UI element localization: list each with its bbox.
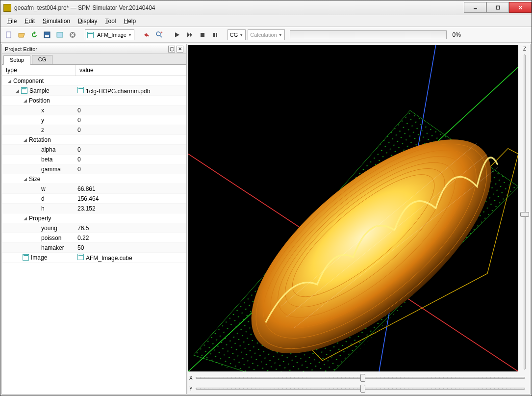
svg-rect-19 bbox=[216, 33, 217, 37]
doc-icon bbox=[87, 32, 94, 38]
tab-setup[interactable]: Setup bbox=[3, 55, 30, 65]
x-axis-label: X bbox=[189, 375, 193, 381]
tree-hamaker-val[interactable]: 50 bbox=[76, 244, 186, 251]
svg-text:+: + bbox=[160, 31, 163, 35]
menu-edit[interactable]: Edit bbox=[21, 18, 39, 25]
editor-tabstrip: Setup CG bbox=[2, 54, 186, 65]
tree-z: z bbox=[41, 127, 44, 133]
tree-young-val[interactable]: 76.5 bbox=[76, 225, 186, 232]
z-slider[interactable]: Z bbox=[519, 44, 530, 372]
expand-icon[interactable]: ◢ bbox=[15, 88, 20, 93]
property-tree[interactable]: ◢Component ◢Sample1clg-HOPG.charmm.pdb ◢… bbox=[2, 76, 186, 394]
undo-icon[interactable] bbox=[141, 29, 152, 40]
menu-file[interactable]: File bbox=[3, 18, 21, 25]
y-slider[interactable]: Y bbox=[187, 383, 530, 394]
tree-poisson-val[interactable]: 0.22 bbox=[76, 235, 186, 241]
x-slider[interactable]: X bbox=[187, 372, 530, 383]
refresh-icon[interactable] bbox=[29, 29, 40, 40]
pause-icon[interactable] bbox=[210, 29, 221, 40]
app-window: geoafm_test004.pro* — SPM Simulator Ver.… bbox=[0, 0, 532, 396]
tree-gamma-val[interactable]: 0 bbox=[76, 166, 186, 173]
open-icon[interactable] bbox=[16, 29, 27, 40]
save-icon[interactable] bbox=[42, 29, 52, 40]
tree-z-val[interactable]: 0 bbox=[76, 127, 186, 133]
dock-icon[interactable]: ▢ bbox=[168, 46, 175, 53]
chevron-down-icon: ▼ bbox=[279, 33, 282, 37]
slider-thumb[interactable] bbox=[360, 374, 365, 382]
menubar: File Edit Simulation Display Tool Help bbox=[0, 15, 532, 27]
tab-cg[interactable]: CG bbox=[32, 55, 53, 64]
tree-position: Position bbox=[29, 97, 50, 104]
menu-tool[interactable]: Tool bbox=[101, 18, 120, 25]
app-icon bbox=[3, 4, 11, 12]
z-slider-track[interactable] bbox=[524, 54, 526, 370]
expand-icon[interactable]: ◢ bbox=[23, 216, 27, 221]
zoom-in-icon[interactable]: + bbox=[154, 29, 165, 40]
new-icon[interactable] bbox=[3, 29, 14, 40]
view-combo-label: AFM_Image bbox=[97, 32, 127, 38]
tree-gamma: gamma bbox=[41, 166, 61, 173]
svg-marker-15 bbox=[187, 32, 190, 37]
minimize-button[interactable] bbox=[464, 2, 486, 13]
play-icon[interactable] bbox=[172, 29, 182, 40]
tree-x: x bbox=[41, 107, 44, 114]
x-slider-track[interactable] bbox=[196, 377, 525, 379]
window-buttons bbox=[464, 2, 532, 13]
calc-combo[interactable]: Calculation▼ bbox=[248, 29, 284, 40]
y-slider-track[interactable] bbox=[196, 388, 525, 390]
image-icon[interactable] bbox=[54, 29, 65, 40]
toolbar: AFM_Image▼ + CG▼ Calculation▼ 0% bbox=[0, 27, 532, 43]
tree-d-val[interactable]: 156.464 bbox=[76, 195, 186, 202]
expand-icon[interactable]: ◢ bbox=[23, 98, 27, 103]
scene-svg bbox=[188, 45, 518, 371]
stop-icon[interactable] bbox=[197, 29, 208, 40]
tree-alpha-val[interactable]: 0 bbox=[76, 146, 186, 153]
expand-icon[interactable]: ◢ bbox=[23, 177, 27, 182]
close-button[interactable] bbox=[509, 2, 532, 13]
svg-rect-7 bbox=[57, 32, 63, 37]
expand-icon[interactable]: ◢ bbox=[7, 79, 12, 83]
tree-header: type value bbox=[2, 65, 186, 76]
tree-beta-val[interactable]: 0 bbox=[76, 156, 186, 163]
menu-help[interactable]: Help bbox=[120, 18, 140, 25]
svg-point-11 bbox=[156, 32, 160, 36]
tree-x-val[interactable]: 0 bbox=[76, 107, 186, 114]
chevron-down-icon: ▼ bbox=[239, 33, 243, 37]
svg-rect-6 bbox=[45, 35, 49, 37]
menu-simulation[interactable]: Simulation bbox=[39, 18, 74, 25]
doc-icon bbox=[23, 254, 29, 261]
tree-w-val[interactable]: 66.861 bbox=[76, 185, 186, 192]
titlebar: geoafm_test004.pro* — SPM Simulator Ver.… bbox=[0, 0, 532, 15]
tree-young: young bbox=[41, 225, 57, 232]
svg-rect-1 bbox=[496, 6, 500, 9]
svg-rect-18 bbox=[213, 33, 215, 37]
window-title: geoafm_test004.pro* — SPM Simulator Ver.… bbox=[14, 4, 464, 11]
header-type[interactable]: type bbox=[2, 65, 76, 76]
slider-thumb[interactable] bbox=[520, 212, 529, 217]
tree-sample: Sample bbox=[29, 87, 50, 94]
chevron-down-icon: ▼ bbox=[128, 33, 132, 37]
expand-icon[interactable]: ◢ bbox=[23, 137, 27, 142]
tree-property: Property bbox=[29, 215, 51, 222]
editor-titlebar: Project Editor ▢ ✕ bbox=[2, 44, 186, 54]
svg-rect-4 bbox=[6, 32, 11, 38]
maximize-button[interactable] bbox=[486, 2, 509, 13]
header-value[interactable]: value bbox=[76, 65, 186, 76]
close-icon[interactable]: ✕ bbox=[177, 46, 183, 53]
tree-image-val: AFM_Image.cube bbox=[86, 255, 132, 262]
tree-image: Image bbox=[31, 254, 47, 261]
mode-combo[interactable]: CG▼ bbox=[228, 29, 246, 40]
cancel-icon[interactable] bbox=[67, 29, 78, 40]
tree-y-val[interactable]: 0 bbox=[76, 117, 186, 124]
3d-viewport[interactable] bbox=[188, 45, 518, 371]
view-combo[interactable]: AFM_Image▼ bbox=[85, 29, 134, 40]
tree-beta: beta bbox=[41, 156, 52, 163]
ff-icon[interactable] bbox=[184, 29, 195, 40]
tree-sample-val: 1clg-HOPG.charmm.pdb bbox=[86, 88, 150, 95]
svg-marker-14 bbox=[175, 32, 179, 37]
slider-thumb[interactable] bbox=[360, 385, 365, 393]
doc-icon bbox=[21, 87, 27, 94]
tree-y: y bbox=[41, 117, 44, 124]
menu-display[interactable]: Display bbox=[74, 18, 101, 25]
tree-h-val[interactable]: 23.152 bbox=[76, 205, 186, 212]
